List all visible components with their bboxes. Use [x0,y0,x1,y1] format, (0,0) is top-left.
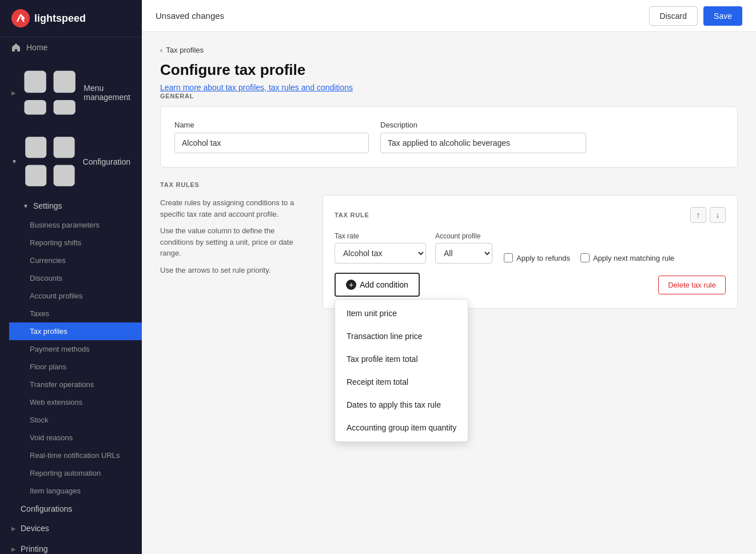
svg-rect-6 [53,137,74,158]
svg-rect-5 [25,137,46,158]
condition-dropdown: Item unit price Transaction line price T… [335,299,468,442]
page-subtitle-link[interactable]: Learn more about tax profiles, tax rules… [160,83,353,92]
sidebar-item-reporting-shifts[interactable]: Reporting shifts [9,234,142,252]
add-condition-button[interactable]: + Add condition [335,273,420,297]
sidebar-item-floor-plans[interactable]: Floor plans [9,358,142,376]
topbar: Unsaved changes Discard Save [142,0,756,32]
svg-rect-3 [24,100,46,115]
sidebar-item-home[interactable]: Home [0,37,142,58]
sidebar-item-configurations[interactable]: Configurations [0,500,142,518]
page-title: Configure tax profile [160,61,738,79]
description-input[interactable] [380,133,586,153]
menu-management-icon [21,63,79,122]
svg-rect-7 [25,165,46,186]
logo: lightspeed [0,0,142,37]
checkboxes: Apply to refunds Apply next matching rul… [504,253,674,264]
name-label: Name [174,121,369,129]
sidebar-item-stock[interactable]: Stock [9,411,142,429]
sidebar-printing-label: Printing [21,544,47,553]
sidebar-item-payment-methods[interactable]: Payment methods [9,340,142,358]
sidebar-devices-label: Devices [21,524,49,533]
rule-actions: + Add condition Item unit price Transact… [335,273,726,297]
condition-item-4[interactable]: Dates to apply this tax rule [335,393,468,416]
tax-rate-field: Tax rate Alcohol tax [335,232,426,264]
arrow-up-button[interactable]: ↑ [690,207,706,223]
page-content: ‹ Tax profiles Configure tax profile Lea… [142,32,756,554]
tax-rules-desc-3: Use the arrows to set rule priority. [160,265,309,276]
sidebar-item-item-languages[interactable]: Item languages [9,482,142,500]
tax-rate-select[interactable]: Alcohol tax [335,243,426,264]
sidebar-configuration-label: Configuration [83,157,130,166]
tax-rule-title: TAX RULE [335,212,369,218]
svg-point-0 [11,9,30,27]
account-profile-field: Account profile All [435,232,492,264]
sidebar-item-void-reasons[interactable]: Void reasons [9,429,142,447]
add-condition-label: Add condition [360,280,408,289]
devices-chevron-icon: ▶ [11,525,16,532]
description-field: Description [380,121,586,153]
home-icon [11,43,21,52]
printing-chevron-icon: ▶ [11,546,16,552]
tax-rules-section-label: TAX RULES [160,181,738,188]
condition-item-1[interactable]: Transaction line price [335,325,468,348]
chevron-down-icon: ▼ [11,158,17,165]
discard-button[interactable]: Discard [649,6,698,26]
sidebar-item-account-profiles[interactable]: Account profiles [9,287,142,305]
tax-rules-desc-1: Create rules by assigning conditions to … [160,197,309,220]
apply-refunds-checkbox[interactable] [504,253,513,262]
condition-item-3[interactable]: Receipt item total [335,370,468,393]
arrow-down-button[interactable]: ↓ [710,207,726,223]
tax-rules-description: Create rules by assigning conditions to … [160,195,309,309]
logo-text: lightspeed [34,13,86,25]
topbar-actions: Discard Save [649,6,742,26]
topbar-title: Unsaved changes [156,11,224,21]
settings-label: Settings [33,201,62,210]
sidebar-home-label: Home [26,43,47,52]
sidebar-item-tax-profiles[interactable]: Tax profiles [9,322,142,340]
sidebar-item-realtime-notifications[interactable]: Real-time notification URLs [9,447,142,464]
plus-circle-icon: + [346,280,356,290]
main-content: Unsaved changes Discard Save ‹ Tax profi… [142,0,756,554]
svg-rect-8 [53,165,74,186]
rule-arrows: ↑ ↓ [690,207,726,223]
sidebar-item-business-parameters[interactable]: Business parameters [9,216,142,234]
sidebar-item-currencies[interactable]: Currencies [9,252,142,269]
sidebar-item-transfer-operations[interactable]: Transfer operations [9,376,142,393]
tax-rules-desc-2: Use the value column to define the condi… [160,225,309,259]
sidebar-item-discounts[interactable]: Discounts [9,269,142,287]
svg-rect-2 [54,71,75,93]
condition-item-0[interactable]: Item unit price [335,302,468,325]
sidebar-item-taxes[interactable]: Taxes [9,305,142,322]
lightspeed-logo-icon [11,9,30,27]
save-button[interactable]: Save [703,6,742,26]
sidebar: lightspeed Home ▶ Menu management ▼ Conf… [0,0,142,554]
name-field: Name [174,121,369,153]
description-label: Description [380,121,586,129]
delete-tax-rule-button[interactable]: Delete tax rule [658,276,726,294]
apply-next-rule-label: Apply next matching rule [593,254,674,262]
tax-rule-card: TAX RULE ↑ ↓ Tax rate Alcohol tax Acco [323,195,738,309]
apply-next-rule-checkbox-label[interactable]: Apply next matching rule [580,253,674,262]
breadcrumb[interactable]: ‹ Tax profiles [160,46,738,54]
settings-chevron-icon: ▼ [23,203,29,209]
sidebar-item-configuration[interactable]: ▼ Configuration [0,127,142,196]
configuration-icon [22,133,78,190]
condition-item-2[interactable]: Tax profile item total [335,348,468,370]
account-profile-label: Account profile [435,232,492,240]
sidebar-settings-header[interactable]: ▼ Settings [9,196,142,216]
sidebar-item-menu-management[interactable]: ▶ Menu management [0,58,142,127]
breadcrumb-link[interactable]: Tax profiles [166,46,204,54]
sidebar-item-printing[interactable]: ▶ Printing [0,539,142,554]
apply-refunds-checkbox-label[interactable]: Apply to refunds [504,253,570,262]
chevron-right-icon: ▶ [11,90,16,96]
sidebar-item-reporting-automation[interactable]: Reporting automation [9,464,142,482]
name-input[interactable] [174,133,369,153]
apply-next-rule-checkbox[interactable] [580,253,590,262]
breadcrumb-arrow: ‹ [160,46,162,54]
sidebar-item-web-extensions[interactable]: Web extensions [9,393,142,411]
sidebar-item-devices[interactable]: ▶ Devices [0,518,142,539]
condition-item-5[interactable]: Accounting group item quantity [335,416,468,439]
apply-refunds-label: Apply to refunds [516,254,570,262]
account-profile-select[interactable]: All [435,243,492,264]
general-section-label: GENERAL [160,93,738,99]
